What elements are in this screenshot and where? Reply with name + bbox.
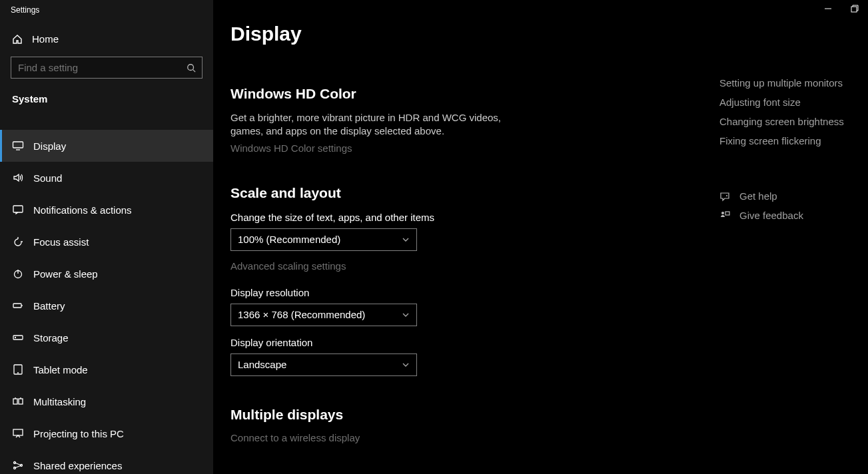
svg-rect-17 xyxy=(725,212,729,215)
sidebar-item-label: Notifications & actions xyxy=(33,204,132,216)
monitor-icon xyxy=(12,140,24,152)
svg-rect-14 xyxy=(851,7,857,12)
svg-rect-2 xyxy=(13,206,23,212)
resolution-dropdown[interactable]: 1366 × 768 (Recommended) xyxy=(230,304,417,326)
get-help-label: Get help xyxy=(739,190,777,202)
sidebar-item-focus-assist[interactable]: Focus assist xyxy=(0,226,213,258)
resolution-label: Display resolution xyxy=(230,287,702,298)
resolution-value: 1366 × 768 (Recommended) xyxy=(238,309,365,320)
chevron-down-icon xyxy=(402,361,410,369)
sidebar-item-label: Display xyxy=(33,140,66,152)
titlebar xyxy=(821,0,868,13)
svg-rect-9 xyxy=(19,399,23,404)
svg-point-6 xyxy=(15,338,16,338)
storage-icon xyxy=(12,332,24,344)
aside: Setting up multiple monitors Adjusting f… xyxy=(719,0,859,474)
text-size-value: 100% (Recommended) xyxy=(238,234,340,245)
tablet-icon xyxy=(12,363,24,375)
home-icon xyxy=(12,34,23,45)
projecting-icon xyxy=(12,427,24,439)
restore-button[interactable] xyxy=(848,4,861,13)
sidebar-item-label: Battery xyxy=(33,300,65,312)
connect-wireless-display-link[interactable]: Connect to a wireless display xyxy=(230,432,360,443)
aside-link-flickering[interactable]: Fixing screen flickering xyxy=(719,131,853,150)
svg-point-0 xyxy=(188,64,194,70)
focus-assist-icon xyxy=(12,236,24,248)
chevron-down-icon xyxy=(402,311,410,319)
sidebar-item-battery[interactable]: Battery xyxy=(0,290,213,322)
sidebar-item-shared-experiences[interactable]: Shared experiences xyxy=(0,449,213,474)
svg-point-11 xyxy=(14,462,16,464)
help-icon xyxy=(719,191,730,202)
svg-point-16 xyxy=(721,212,724,214)
scale-layout-heading: Scale and layout xyxy=(230,185,702,201)
orientation-label: Display orientation xyxy=(230,337,702,348)
search-field[interactable] xyxy=(11,62,181,73)
sidebar: Settings Home System Display Sound xyxy=(0,0,213,474)
multiple-displays-heading: Multiple displays xyxy=(230,407,702,423)
search-icon xyxy=(181,63,202,73)
text-size-dropdown[interactable]: 100% (Recommended) xyxy=(230,228,417,251)
sidebar-section-label: System xyxy=(0,85,213,110)
page-title: Display xyxy=(230,23,702,45)
sidebar-item-label: Storage xyxy=(33,332,69,344)
hd-color-description: Get a brighter, more vibrant picture in … xyxy=(230,111,510,138)
feedback-icon xyxy=(719,210,730,221)
sidebar-nav: Display Sound Notifications & actions Fo… xyxy=(0,110,213,474)
home-label: Home xyxy=(32,33,59,45)
svg-rect-10 xyxy=(13,429,23,435)
aside-link-font-size[interactable]: Adjusting font size xyxy=(719,93,853,112)
svg-point-15 xyxy=(726,195,727,196)
sidebar-item-power-sleep[interactable]: Power & sleep xyxy=(0,258,213,290)
main-panel: Display Night light settings Windows HD … xyxy=(213,0,868,474)
sidebar-item-label: Tablet mode xyxy=(33,364,88,375)
svg-point-12 xyxy=(14,467,16,469)
content-area: Display Night light settings Windows HD … xyxy=(213,0,719,474)
sidebar-item-label: Sound xyxy=(33,172,62,184)
search-row xyxy=(0,53,213,85)
sidebar-item-notifications[interactable]: Notifications & actions xyxy=(0,194,213,226)
sidebar-item-label: Projecting to this PC xyxy=(33,428,124,439)
advanced-scaling-link[interactable]: Advanced scaling settings xyxy=(230,260,346,272)
minimize-button[interactable] xyxy=(821,4,835,13)
sound-icon xyxy=(12,172,24,184)
give-feedback-link[interactable]: Give feedback xyxy=(719,206,853,225)
sidebar-item-sound[interactable]: Sound xyxy=(0,162,213,194)
notifications-icon xyxy=(12,204,24,216)
battery-icon xyxy=(12,300,24,312)
hd-color-settings-link[interactable]: Windows HD Color settings xyxy=(230,142,352,154)
search-input[interactable] xyxy=(11,57,203,79)
give-feedback-label: Give feedback xyxy=(739,210,803,221)
svg-rect-1 xyxy=(13,142,23,148)
svg-rect-4 xyxy=(13,304,21,308)
home-button[interactable]: Home xyxy=(0,20,213,53)
hd-color-heading: Windows HD Color xyxy=(230,86,702,102)
power-icon xyxy=(12,268,24,280)
get-help-link[interactable]: Get help xyxy=(719,186,853,206)
sidebar-item-tablet-mode[interactable]: Tablet mode xyxy=(0,354,213,385)
text-size-label: Change the size of text, apps, and other… xyxy=(230,212,702,223)
shared-experiences-icon xyxy=(12,459,24,471)
aside-link-multiple-monitors[interactable]: Setting up multiple monitors xyxy=(719,73,853,93)
chevron-down-icon xyxy=(402,236,410,244)
sidebar-item-projecting[interactable]: Projecting to this PC xyxy=(0,417,213,449)
sidebar-item-multitasking[interactable]: Multitasking xyxy=(0,385,213,417)
orientation-value: Landscape xyxy=(238,359,286,370)
sidebar-item-label: Focus assist xyxy=(33,236,89,248)
sidebar-item-display[interactable]: Display xyxy=(0,130,213,162)
sidebar-item-storage[interactable]: Storage xyxy=(0,322,213,354)
multitasking-icon xyxy=(12,395,24,407)
aside-link-brightness[interactable]: Changing screen brightness xyxy=(719,112,853,131)
sidebar-item-label: Multitasking xyxy=(33,396,86,407)
window-title: Settings xyxy=(0,0,213,20)
svg-rect-8 xyxy=(13,399,17,404)
sidebar-item-label: Shared experiences xyxy=(33,460,122,471)
orientation-dropdown[interactable]: Landscape xyxy=(230,354,417,376)
sidebar-item-label: Power & sleep xyxy=(33,268,98,280)
